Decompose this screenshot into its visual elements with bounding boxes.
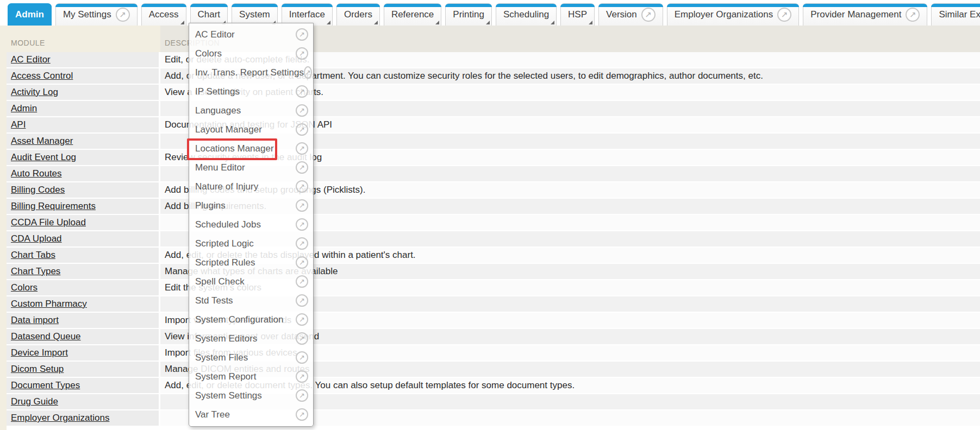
module-link[interactable]: Employer Organizations [11, 413, 109, 423]
open-in-new-arrow-icon[interactable]: ↗ [296, 313, 308, 326]
menu-item-ip-settings[interactable]: IP Settings ↗ [189, 82, 313, 101]
module-link[interactable]: Auto Routes [11, 168, 62, 179]
module-link[interactable]: Chart Tabs [11, 250, 55, 261]
tab-printing[interactable]: Printing [445, 3, 492, 26]
system-dropdown-menu: AC Editor ↗ Colors ↗ Inv. Trans. Report … [189, 23, 314, 427]
tab-system[interactable]: System [232, 3, 278, 26]
open-in-new-arrow-icon[interactable]: ↗ [641, 8, 656, 22]
menu-item-inv-trans-report-settings[interactable]: Inv. Trans. Report Settings ↗ [189, 63, 313, 82]
table-row: CDA Upload [0, 231, 980, 246]
module-link[interactable]: Dicom Setup [11, 364, 64, 375]
menu-item-scheduled-jobs[interactable]: Scheduled Jobs ↗ [189, 215, 313, 234]
tab-label: Interface [289, 9, 325, 20]
tab-reference[interactable]: Reference [384, 3, 441, 26]
table-row: Access Control Add, or update a new user… [0, 68, 980, 84]
module-link[interactable]: Asset Manager [11, 136, 73, 147]
module-link[interactable]: Document Types [11, 380, 80, 391]
module-link[interactable]: AC Editor [11, 54, 51, 65]
open-in-new-arrow-icon[interactable]: ↗ [296, 351, 308, 364]
tab-hsp[interactable]: HSP [560, 3, 595, 26]
open-in-new-arrow-icon[interactable]: ↗ [296, 256, 308, 269]
tab-admin[interactable]: Admin [8, 3, 52, 26]
menu-item-plugins[interactable]: Plugins ↗ [189, 196, 313, 215]
module-link[interactable]: Data import [11, 315, 59, 326]
table-row: Data import Import various types of reco… [0, 313, 980, 328]
menu-item-scripted-logic[interactable]: Scripted Logic ↗ [189, 234, 313, 253]
menu-item-system-files[interactable]: System Files ↗ [189, 348, 313, 367]
tab-provider-management[interactable]: Provider Management ↗ [803, 3, 927, 26]
menu-item-std-tests[interactable]: Std Tests ↗ [189, 291, 313, 310]
menu-item-ac-editor[interactable]: AC Editor ↗ [189, 25, 313, 44]
menu-item-layout-manager[interactable]: Layout Manager ↗ [189, 120, 313, 139]
tab-orders[interactable]: Orders [336, 3, 380, 26]
module-cell: Chart Types [7, 264, 159, 279]
tab-interface[interactable]: Interface [282, 3, 333, 26]
module-link[interactable]: Datasend Queue [11, 331, 81, 342]
menu-item-system-report[interactable]: System Report ↗ [189, 367, 313, 386]
module-link[interactable]: Admin [11, 103, 37, 114]
open-in-new-arrow-icon[interactable]: ↗ [296, 161, 308, 174]
tab-label: Admin [15, 9, 44, 20]
menu-item-system-editors[interactable]: System Editors ↗ [189, 329, 313, 348]
module-cell: Employer Organizations [7, 410, 159, 426]
menu-item-spell-check[interactable]: Spell Check ↗ [189, 272, 313, 291]
module-link[interactable]: Colors [11, 282, 38, 293]
module-cell: Drug Guide [7, 394, 159, 409]
menu-item-scripted-rules[interactable]: Scripted Rules ↗ [189, 253, 313, 272]
tab-chart[interactable]: Chart [190, 3, 228, 26]
tab-version[interactable]: Version ↗ [598, 3, 663, 26]
module-cell: Colors [7, 280, 159, 295]
open-in-new-arrow-icon[interactable]: ↗ [296, 370, 308, 383]
module-cell: Billing Codes [7, 182, 159, 198]
module-link[interactable]: CCDA File Upload [11, 217, 86, 228]
open-in-new-arrow-icon[interactable]: ↗ [296, 237, 308, 250]
open-in-new-arrow-icon[interactable]: ↗ [296, 332, 308, 345]
module-link[interactable]: Activity Log [11, 87, 58, 98]
module-link[interactable]: Billing Codes [11, 185, 65, 195]
tab-employer-organizations[interactable]: Employer Organizations ↗ [667, 3, 799, 26]
tab-scheduling[interactable]: Scheduling [496, 3, 557, 26]
open-in-new-arrow-icon[interactable]: ↗ [296, 218, 308, 231]
open-in-new-arrow-icon[interactable]: ↗ [296, 389, 308, 402]
menu-item-nature-of-injury[interactable]: Nature of Injury ↗ [189, 177, 313, 196]
menu-item-menu-editor[interactable]: Menu Editor ↗ [189, 158, 313, 177]
open-in-new-arrow-icon[interactable]: ↗ [296, 294, 308, 307]
open-in-new-arrow-icon[interactable]: ↗ [296, 123, 308, 136]
open-in-new-arrow-icon[interactable]: ↗ [296, 142, 308, 155]
menu-item-colors[interactable]: Colors ↗ [189, 44, 313, 63]
module-link[interactable]: Drug Guide [11, 396, 58, 407]
open-in-new-arrow-icon[interactable]: ↗ [296, 408, 308, 421]
dropdown-caret-icon [180, 21, 184, 24]
module-link[interactable]: Audit Event Log [11, 152, 76, 163]
open-in-new-arrow-icon[interactable]: ↗ [304, 66, 312, 79]
menu-item-system-configuration[interactable]: System Configuration ↗ [189, 310, 313, 329]
tab-access[interactable]: Access [141, 3, 186, 26]
open-in-new-arrow-icon[interactable]: ↗ [296, 28, 308, 41]
module-link[interactable]: API [11, 119, 26, 130]
menu-item-label: Languages [195, 105, 296, 116]
module-link[interactable]: Device Import [11, 347, 68, 358]
open-in-new-arrow-icon[interactable]: ↗ [777, 8, 791, 22]
module-link[interactable]: Access Control [11, 71, 73, 81]
module-link[interactable]: CDA Upload [11, 233, 62, 244]
tab-similar-exposure-groups-segs-[interactable]: Similar Exposure Groups (SEGs) ↗ [931, 3, 980, 26]
module-link[interactable]: Custom Pharmacy [11, 299, 87, 309]
dropdown-caret-icon [374, 21, 378, 24]
menu-item-system-settings[interactable]: System Settings ↗ [189, 386, 313, 405]
menu-item-locations-manager[interactable]: Locations Manager ↗ [189, 139, 313, 158]
module-link[interactable]: Billing Requirements [11, 201, 96, 212]
open-in-new-arrow-icon[interactable]: ↗ [296, 180, 308, 193]
menu-item-var-tree[interactable]: Var Tree ↗ [189, 405, 313, 424]
menu-item-languages[interactable]: Languages ↗ [189, 101, 313, 120]
open-in-new-arrow-icon[interactable]: ↗ [296, 275, 308, 288]
open-in-new-arrow-icon[interactable]: ↗ [296, 199, 308, 212]
open-in-new-arrow-icon[interactable]: ↗ [116, 8, 130, 22]
open-in-new-arrow-icon[interactable]: ↗ [296, 47, 308, 60]
open-in-new-arrow-icon[interactable]: ↗ [906, 8, 920, 22]
tab-label: Access [149, 9, 179, 20]
open-in-new-arrow-icon[interactable]: ↗ [296, 85, 308, 98]
tab-my-settings[interactable]: My Settings ↗ [55, 3, 138, 26]
open-in-new-arrow-icon[interactable]: ↗ [296, 104, 308, 117]
module-link[interactable]: Chart Types [11, 266, 60, 277]
table-row: Activity Log View a user's activity on p… [0, 85, 980, 100]
